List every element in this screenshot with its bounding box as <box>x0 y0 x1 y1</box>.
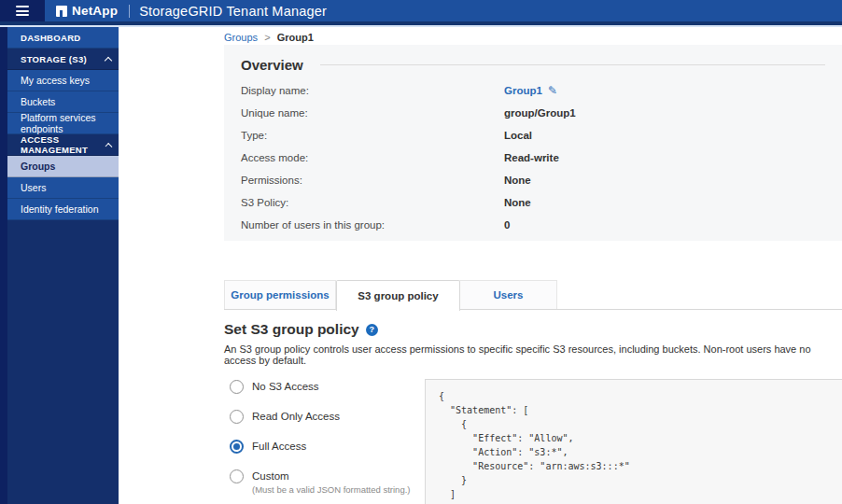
field-label: Permissions: <box>241 175 504 186</box>
radio-read-only-access[interactable]: Read Only Access <box>230 409 425 439</box>
sidebar-section-storage-s3[interactable]: STORAGE (S3) <box>7 49 119 70</box>
sidebar-item-my-access-keys[interactable]: My access keys <box>7 70 119 91</box>
policy-json-text: { "Statement": [ { "Effect": "Allow", "A… <box>439 389 829 504</box>
sidebar-item-label: Groups <box>21 161 55 172</box>
overview-title: Overview <box>241 57 303 73</box>
radio-no-s3-access[interactable]: No S3 Access <box>230 379 425 409</box>
overview-row-permissions: Permissions: None <box>224 169 842 191</box>
overview-row-unique-name: Unique name: group/Group1 <box>224 102 842 124</box>
field-value: Read-write <box>504 152 559 163</box>
app-window: NetApp StorageGRID Tenant Manager DASHBO… <box>0 0 842 504</box>
help-icon[interactable]: ? <box>366 324 378 336</box>
s3-policy-section: Set S3 group policy ? An S3 group policy… <box>224 321 842 504</box>
tab-s3-group-policy[interactable]: S3 group policy <box>336 280 460 311</box>
sidebar-item-label: Identity federation <box>21 203 98 215</box>
field-value: 0 <box>504 219 510 231</box>
field-label: Display name: <box>241 85 504 96</box>
radio-label: Custom (Must be a valid JSON formatted s… <box>252 469 410 495</box>
field-label: Access mode: <box>241 152 504 163</box>
field-value: Local <box>504 130 532 141</box>
overview-row-access-mode: Access mode: Read-write <box>224 147 842 169</box>
sidebar: DASHBOARD STORAGE (S3) My access keys Bu… <box>0 27 119 504</box>
overview-rule <box>320 64 825 65</box>
app-title: StorageGRID Tenant Manager <box>139 4 327 19</box>
sidebar-item-label: Users <box>21 182 46 193</box>
tab-bar: Group permissions S3 group policy Users <box>224 280 842 310</box>
sidebar-section-label: STORAGE (S3) <box>21 54 87 64</box>
sidebar-item-buckets[interactable]: Buckets <box>7 91 119 113</box>
tab-users[interactable]: Users <box>460 280 557 309</box>
policy-title-text: Set S3 group policy <box>224 321 359 338</box>
field-label: Number of users in this group: <box>241 219 504 231</box>
overview-row-user-count: Number of users in this group: 0 <box>224 214 842 236</box>
radio-label: Read Only Access <box>252 409 340 422</box>
sidebar-menu: DASHBOARD STORAGE (S3) My access keys Bu… <box>7 27 119 220</box>
policy-body: No S3 Access Read Only Access Full Acces… <box>224 379 842 504</box>
breadcrumb-current: Group1 <box>277 32 314 43</box>
field-label: Type: <box>241 130 504 141</box>
radio-button-selected-icon[interactable] <box>230 440 244 454</box>
overview-row-display-name: Display name: Group1 ✎ <box>224 79 842 102</box>
breadcrumb-groups-link[interactable]: Groups <box>224 32 258 43</box>
header-divider <box>129 5 130 18</box>
policy-json-viewer[interactable]: { "Statement": [ { "Effect": "Allow", "A… <box>425 379 842 504</box>
tab-group-permissions[interactable]: Group permissions <box>224 280 336 309</box>
overview-card: Overview Display name: Group1 ✎ Unique n… <box>224 45 842 241</box>
sidebar-item-dashboard[interactable]: DASHBOARD <box>7 27 119 49</box>
sidebar-section-label: ACCESS MANAGEMENT <box>21 134 106 155</box>
sidebar-item-groups[interactable]: Groups <box>7 156 119 177</box>
top-header: NetApp StorageGRID Tenant Manager <box>0 0 842 21</box>
radio-custom[interactable]: Custom (Must be a valid JSON formatted s… <box>230 469 425 498</box>
sidebar-item-platform-services-endpoints[interactable]: Platform services endpoints <box>7 113 119 134</box>
field-label: S3 Policy: <box>241 197 504 208</box>
policy-section-title: Set S3 group policy ? <box>224 321 842 338</box>
field-value: None <box>504 197 531 208</box>
custom-option-hint: (Must be a valid JSON formatted string.) <box>252 484 410 495</box>
overview-row-s3-policy: S3 Policy: None <box>224 191 842 214</box>
netapp-brand: NetApp <box>56 4 118 18</box>
radio-label: Full Access <box>252 439 306 452</box>
radio-full-access[interactable]: Full Access <box>230 439 425 469</box>
radio-button-icon[interactable] <box>230 410 244 424</box>
menu-zone <box>0 0 45 21</box>
sidebar-item-label: Buckets <box>21 96 55 107</box>
overview-row-type: Type: Local <box>224 124 842 147</box>
radio-label: No S3 Access <box>252 379 319 392</box>
sidebar-item-users[interactable]: Users <box>7 177 119 199</box>
sidebar-item-label: My access keys <box>21 75 90 86</box>
netapp-logo-icon <box>56 6 67 17</box>
main-content: Groups > Group1 Overview Display name: G… <box>119 27 842 504</box>
breadcrumb: Groups > Group1 <box>119 27 842 45</box>
policy-description: An S3 group policy controls user access … <box>224 343 842 366</box>
sidebar-item-identity-federation[interactable]: Identity federation <box>7 199 119 220</box>
sidebar-rail <box>0 27 7 504</box>
field-value: None <box>504 175 531 186</box>
radio-label-text: Custom <box>252 470 289 482</box>
breadcrumb-separator: > <box>264 32 270 43</box>
sidebar-section-access-management[interactable]: ACCESS MANAGEMENT <box>7 134 119 156</box>
sidebar-item-label: Platform services endpoints <box>21 112 111 134</box>
radio-button-icon[interactable] <box>230 380 244 394</box>
field-label: Unique name: <box>241 107 504 119</box>
brand-name: NetApp <box>72 4 118 18</box>
access-options-group: No S3 Access Read Only Access Full Acces… <box>224 379 425 504</box>
display-name-value[interactable]: Group1 <box>504 85 542 96</box>
field-value: group/Group1 <box>504 107 576 119</box>
edit-pencil-icon[interactable]: ✎ <box>548 84 557 97</box>
sidebar-item-label: DASHBOARD <box>21 33 80 43</box>
radio-button-icon[interactable] <box>230 469 244 483</box>
overview-header: Overview <box>224 45 842 79</box>
hamburger-menu-icon[interactable] <box>14 4 31 18</box>
chevron-up-icon <box>105 56 112 63</box>
